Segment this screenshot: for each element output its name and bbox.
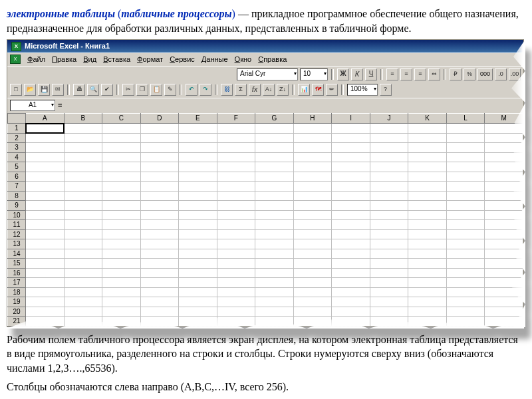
cell-B20[interactable]: [64, 307, 102, 317]
cell-J16[interactable]: [370, 268, 408, 278]
cell-M18[interactable]: [485, 287, 523, 297]
cell-C11[interactable]: [102, 220, 141, 230]
cell-C15[interactable]: [102, 259, 141, 269]
cell-H14[interactable]: [293, 249, 332, 259]
cell-K19[interactable]: [408, 297, 447, 307]
cell-J5[interactable]: [370, 162, 408, 172]
cell-F14[interactable]: [217, 249, 255, 259]
cell-J19[interactable]: [370, 297, 408, 307]
cell-D5[interactable]: [140, 162, 179, 172]
row-header-14[interactable]: 14: [8, 249, 26, 259]
cell-F7[interactable]: [217, 182, 255, 192]
cell-I13[interactable]: [332, 239, 370, 249]
cell-G21[interactable]: [255, 317, 294, 327]
cell-K14[interactable]: [408, 249, 447, 259]
cell-I7[interactable]: [332, 182, 370, 192]
cell-D6[interactable]: [140, 172, 179, 182]
cell-C16[interactable]: [102, 268, 141, 278]
hyperlink-button[interactable]: ⛓: [221, 84, 233, 96]
cell-M15[interactable]: [485, 259, 523, 269]
cell-C2[interactable]: [102, 133, 141, 143]
cell-G14[interactable]: [255, 249, 294, 259]
cell-F5[interactable]: [217, 162, 255, 172]
cell-G13[interactable]: [255, 239, 294, 249]
cell-M9[interactable]: [485, 201, 523, 211]
cell-L3[interactable]: [446, 143, 485, 153]
cell-C10[interactable]: [102, 210, 141, 220]
preview-button[interactable]: 🔍: [87, 84, 99, 96]
cell-G19[interactable]: [255, 297, 294, 307]
cell-H18[interactable]: [293, 287, 332, 297]
cell-H3[interactable]: [293, 143, 332, 153]
col-header-H[interactable]: H: [293, 113, 332, 124]
row-header-17[interactable]: 17: [8, 278, 26, 288]
cell-E19[interactable]: [179, 297, 217, 307]
cell-L15[interactable]: [446, 259, 485, 269]
cell-M17[interactable]: [485, 278, 523, 288]
cell-J11[interactable]: [370, 220, 408, 230]
font-size-combo[interactable]: 10: [300, 68, 328, 80]
map-button[interactable]: 🗺: [312, 84, 324, 96]
cell-L14[interactable]: [446, 249, 485, 259]
cell-H2[interactable]: [293, 133, 332, 143]
cell-B14[interactable]: [64, 249, 102, 259]
cell-J15[interactable]: [370, 259, 408, 269]
cell-H17[interactable]: [293, 278, 332, 288]
function-button[interactable]: fx: [249, 84, 261, 96]
cell-D21[interactable]: [140, 317, 179, 327]
cell-E8[interactable]: [179, 191, 217, 201]
row-header-19[interactable]: 19: [8, 297, 26, 307]
cell-C1[interactable]: [102, 124, 141, 134]
col-header-B[interactable]: B: [64, 113, 102, 124]
menu-item-window[interactable]: Окно: [235, 55, 252, 65]
help-button[interactable]: ?: [380, 84, 392, 96]
currency-button[interactable]: ₽: [450, 68, 462, 80]
cell-L6[interactable]: [446, 172, 485, 182]
cell-J17[interactable]: [370, 278, 408, 288]
cell-D16[interactable]: [140, 268, 179, 278]
cell-G11[interactable]: [255, 220, 294, 230]
col-header-E[interactable]: E: [179, 113, 217, 124]
cell-E14[interactable]: [179, 249, 217, 259]
cell-K17[interactable]: [408, 278, 447, 288]
cell-L16[interactable]: [446, 268, 485, 278]
cell-D7[interactable]: [140, 182, 179, 192]
cell-J13[interactable]: [370, 239, 408, 249]
cell-D14[interactable]: [140, 249, 179, 259]
cell-A18[interactable]: [26, 287, 65, 297]
open-button[interactable]: 📂: [24, 84, 36, 96]
cell-M14[interactable]: [485, 249, 523, 259]
cell-H15[interactable]: [293, 259, 332, 269]
col-header-L[interactable]: L: [446, 113, 485, 124]
cell-H21[interactable]: [293, 317, 332, 327]
cell-F4[interactable]: [217, 152, 255, 162]
cell-H11[interactable]: [293, 220, 332, 230]
cell-A10[interactable]: [26, 210, 65, 220]
cell-C13[interactable]: [102, 239, 141, 249]
cell-B8[interactable]: [64, 191, 102, 201]
cell-A14[interactable]: [26, 249, 65, 259]
sort-asc-button[interactable]: A↓: [263, 84, 275, 96]
col-header-A[interactable]: A: [26, 113, 65, 124]
cell-M5[interactable]: [485, 162, 523, 172]
format-painter-button[interactable]: ✎: [164, 84, 176, 96]
cell-D20[interactable]: [140, 307, 179, 317]
cell-L9[interactable]: [446, 201, 485, 211]
cell-G7[interactable]: [255, 182, 294, 192]
cell-K12[interactable]: [408, 229, 447, 239]
cell-E10[interactable]: [179, 210, 217, 220]
cell-I14[interactable]: [332, 249, 370, 259]
cell-G3[interactable]: [255, 143, 294, 153]
cell-B11[interactable]: [64, 220, 102, 230]
cell-I8[interactable]: [332, 191, 370, 201]
cell-I6[interactable]: [332, 172, 370, 182]
row-header-7[interactable]: 7: [8, 182, 26, 192]
col-header-D[interactable]: D: [140, 113, 179, 124]
col-header-I[interactable]: I: [332, 113, 370, 124]
col-header-J[interactable]: J: [370, 113, 408, 124]
cell-D18[interactable]: [140, 287, 179, 297]
cell-E20[interactable]: [179, 307, 217, 317]
cell-J1[interactable]: [370, 124, 408, 134]
col-header-C[interactable]: C: [102, 113, 141, 124]
bold-button[interactable]: Ж: [337, 68, 349, 80]
